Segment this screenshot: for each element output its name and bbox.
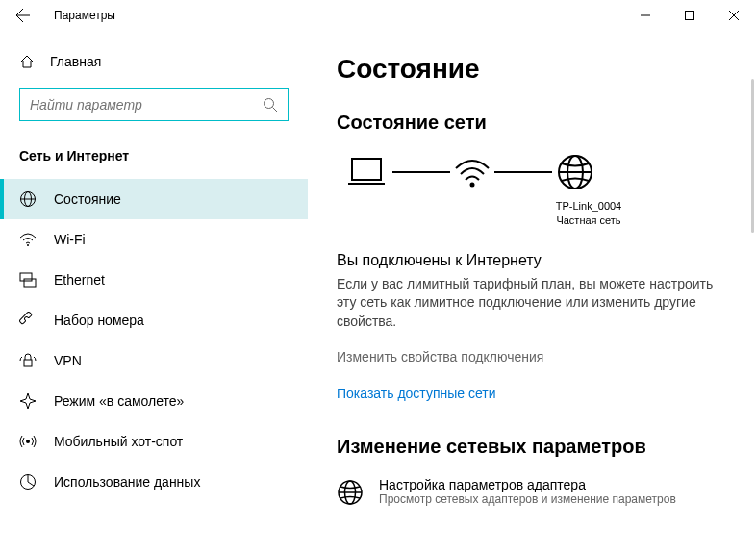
connection-line xyxy=(494,171,552,173)
sidebar-item-label: Ethernet xyxy=(54,272,105,288)
svg-point-4 xyxy=(265,99,274,109)
home-link[interactable]: Главная xyxy=(0,46,308,77)
back-button[interactable] xyxy=(0,0,46,31)
sidebar-item-dialup[interactable]: Набор номера xyxy=(0,300,308,340)
connection-line xyxy=(392,171,450,173)
adapter-description: Просмотр сетевых адаптеров и изменение п… xyxy=(379,492,676,506)
scrollbar[interactable] xyxy=(751,79,754,233)
adapter-title: Настройка параметров адаптера xyxy=(379,477,676,492)
svg-rect-11 xyxy=(24,279,36,287)
svg-rect-10 xyxy=(20,273,32,281)
minimize-button[interactable] xyxy=(623,0,668,31)
svg-rect-15 xyxy=(352,159,381,180)
svg-point-9 xyxy=(27,244,29,246)
search-input[interactable] xyxy=(30,97,263,113)
change-settings-title: Изменение сетевых параметров xyxy=(337,436,727,458)
search-icon xyxy=(263,97,278,113)
connected-description: Если у вас лимитный тарифный план, вы мо… xyxy=(337,275,721,332)
search-box[interactable] xyxy=(19,88,289,121)
main-panel: Состояние Состояние сети TP-Link_0004 Ча… xyxy=(308,31,756,553)
sidebar-item-label: Использование данных xyxy=(54,474,200,490)
status-section-title: Состояние сети xyxy=(337,112,727,134)
change-properties-link[interactable]: Изменить свойства подключения xyxy=(337,349,727,364)
sidebar-item-airplane[interactable]: Режим «в самолете» xyxy=(0,381,308,421)
laptop-icon xyxy=(344,155,389,189)
home-label: Главная xyxy=(50,54,101,69)
arrow-left-icon xyxy=(15,8,31,23)
sidebar-item-label: Режим «в самолете» xyxy=(54,393,184,409)
maximize-button[interactable] xyxy=(668,0,712,31)
hotspot-icon xyxy=(19,433,37,450)
sidebar-item-ethernet[interactable]: Ethernet xyxy=(0,260,308,300)
sidebar-item-label: VPN xyxy=(54,353,82,368)
status-icon xyxy=(19,190,37,208)
maximize-icon xyxy=(685,11,694,20)
window-controls xyxy=(623,0,756,31)
window-title: Параметры xyxy=(46,9,623,22)
ethernet-icon xyxy=(19,271,37,289)
home-icon xyxy=(19,54,35,69)
sidebar-item-wifi[interactable]: Wi-Fi xyxy=(0,219,308,260)
vpn-icon xyxy=(19,352,37,369)
datausage-icon xyxy=(19,473,37,490)
sidebar-item-datausage[interactable]: Использование данных xyxy=(0,462,308,502)
svg-rect-1 xyxy=(686,12,694,20)
airplane-icon xyxy=(19,392,37,410)
network-diagram xyxy=(344,153,727,191)
sidebar-item-hotspot[interactable]: Мобильный хот-спот xyxy=(0,421,308,462)
close-icon xyxy=(729,11,739,20)
close-button[interactable] xyxy=(712,0,756,31)
sidebar: Главная Сеть и Интернет Состояние Wi-Fi … xyxy=(0,31,308,553)
svg-point-13 xyxy=(26,440,30,443)
svg-line-5 xyxy=(273,108,278,113)
network-name: TP-Link_0004 xyxy=(450,199,727,214)
minimize-icon xyxy=(641,11,650,20)
wifi-icon xyxy=(19,231,37,248)
sidebar-item-vpn[interactable]: VPN xyxy=(0,340,308,381)
sidebar-item-status[interactable]: Состояние xyxy=(0,179,308,219)
sidebar-item-label: Wi-Fi xyxy=(54,232,86,247)
connected-title: Вы подключены к Интернету xyxy=(337,252,727,269)
network-labels: TP-Link_0004 Частная сеть xyxy=(450,199,727,229)
page-title: Состояние xyxy=(337,54,727,85)
show-networks-link[interactable]: Показать доступные сети xyxy=(337,386,727,401)
category-title: Сеть и Интернет xyxy=(0,140,308,179)
titlebar: Параметры xyxy=(0,0,756,31)
sidebar-item-label: Набор номера xyxy=(54,313,144,328)
svg-rect-12 xyxy=(24,360,32,366)
wifi-signal-icon xyxy=(454,155,491,189)
adapter-globe-icon xyxy=(337,479,364,506)
sidebar-item-label: Состояние xyxy=(54,191,121,207)
sidebar-item-label: Мобильный хот-спот xyxy=(54,434,183,449)
svg-point-16 xyxy=(470,183,475,188)
network-type: Частная сеть xyxy=(450,214,727,228)
dialup-icon xyxy=(19,312,37,329)
globe-icon xyxy=(556,153,594,191)
adapter-settings-row[interactable]: Настройка параметров адаптера Просмотр с… xyxy=(337,477,727,506)
